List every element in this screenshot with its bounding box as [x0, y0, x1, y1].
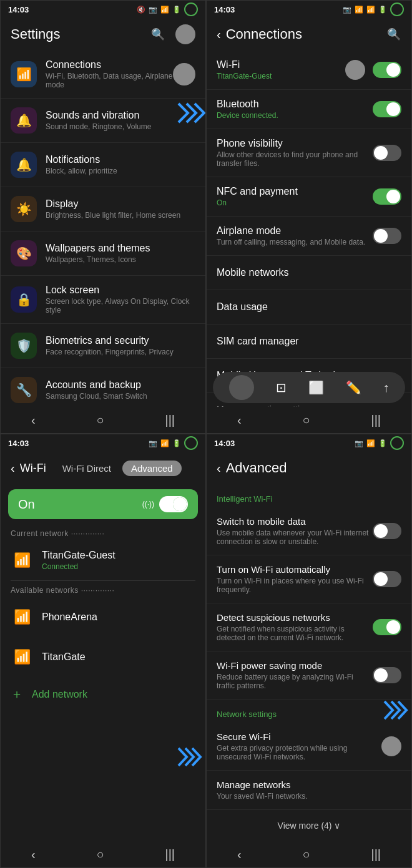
- wifi-signal-bars: ((·)): [142, 500, 154, 509]
- manage-networks-item[interactable]: Manage networks Your saved Wi-Fi network…: [207, 771, 411, 810]
- wallpapers-subtitle: Wallpapers, Themes, Icons: [46, 255, 195, 264]
- power-saving-toggle[interactable]: [373, 667, 401, 683]
- detect-suspicious-toggle[interactable]: [373, 619, 401, 635]
- page-title-settings: Settings: [11, 26, 150, 42]
- nav-bar-br: ‹ ○ |||: [207, 841, 411, 867]
- phonearena-network[interactable]: 📶 PhoneArena: [1, 597, 205, 637]
- switch-mobile-toggle[interactable]: [373, 523, 401, 539]
- nav-recents-bl[interactable]: |||: [165, 847, 175, 862]
- nav-recents-br[interactable]: |||: [371, 847, 381, 862]
- connections-icon: 📶: [11, 61, 37, 87]
- settings-screen: 14:03 🔇 📷 📶 🔋 Settings 🔍 📶 Connections: [0, 0, 206, 434]
- toolbar-resize-icon[interactable]: ⬜: [308, 380, 324, 395]
- settings-list: 📶 Connections Wi-Fi, Bluetooth, Data usa…: [1, 51, 205, 407]
- back-button-connections[interactable]: ‹: [217, 27, 221, 42]
- sounds-icon: 🔔: [11, 107, 37, 134]
- wifi-direct-tab[interactable]: Wi-Fi Direct: [59, 461, 115, 476]
- bt-title: Bluetooth: [217, 99, 373, 110]
- auto-wifi-toggle[interactable]: [373, 571, 401, 587]
- nav-back-tl[interactable]: ‹: [31, 413, 36, 427]
- connections-wifi[interactable]: Wi-Fi TitanGate-Guest: [207, 51, 411, 90]
- titangate-wifi-icon: 📶: [11, 646, 33, 668]
- biometrics-title: Biometrics and security: [46, 335, 195, 346]
- wifi-on-toggle[interactable]: [159, 496, 188, 512]
- status-time-br: 14:03: [214, 439, 235, 448]
- back-button-wifi[interactable]: ‹: [11, 461, 15, 475]
- battery-icon-bl: 🔋: [172, 439, 181, 447]
- toolbar-share-icon[interactable]: ↑: [383, 381, 390, 395]
- data-usage-item[interactable]: Data usage: [207, 290, 411, 324]
- avatar-settings[interactable]: [175, 24, 195, 44]
- auto-wifi-subtitle: Turn on Wi-Fi in places where you use Wi…: [217, 577, 373, 594]
- view-more-btn[interactable]: View more (4) ∨: [207, 810, 411, 841]
- settings-item-notifications[interactable]: 🔔 Notifications Block, allow, prioritize: [1, 143, 205, 187]
- power-saving-item[interactable]: Wi-Fi power saving mode Reduce battery u…: [207, 651, 411, 700]
- add-network-item[interactable]: ＋ Add network: [1, 677, 205, 711]
- connections-bluetooth[interactable]: Bluetooth Device connected.: [207, 90, 411, 129]
- advanced-tab-wifi[interactable]: Advanced: [122, 461, 182, 476]
- nfc-title: NFC and payment: [217, 186, 373, 197]
- lockscreen-subtitle: Screen lock type, Always On Display, Clo…: [46, 297, 195, 315]
- auto-wifi-title: Turn on Wi-Fi automatically: [217, 564, 373, 575]
- accounts-icon: 🔧: [11, 377, 37, 403]
- airplane-subtitle: Turn off calling, messaging, and Mobile …: [217, 238, 373, 246]
- display-icon: ☀️: [11, 196, 37, 222]
- airplane-toggle[interactable]: [373, 228, 401, 244]
- sim-manager-item[interactable]: SIM card manager: [207, 324, 411, 359]
- settings-item-accounts[interactable]: 🔧 Accounts and backup Samsung Cloud, Sma…: [1, 368, 205, 407]
- settings-item-lockscreen[interactable]: 🔒 Lock screen Screen lock type, Always O…: [1, 276, 205, 324]
- nav-back-tr[interactable]: ‹: [237, 413, 242, 427]
- nav-home-tr[interactable]: ○: [302, 413, 310, 427]
- photo-icon-bl: 📷: [149, 439, 157, 447]
- advanced-screen: 14:03 📷 📶 🔋 ‹ Advanced Intelligent Wi-Fi…: [206, 434, 412, 868]
- back-button-advanced[interactable]: ‹: [217, 461, 221, 475]
- nfc-toggle[interactable]: [373, 188, 401, 205]
- notifications-title: Notifications: [46, 154, 195, 165]
- switch-mobile-item[interactable]: Switch to mobile data Use mobile data wh…: [207, 507, 411, 555]
- toolbar-crop-icon[interactable]: ⊡: [276, 380, 287, 395]
- phone-vis-toggle[interactable]: [373, 145, 401, 161]
- signal2-icon-tr: 📶: [366, 6, 375, 14]
- signal-icon-bl: 📶: [160, 439, 169, 447]
- biometrics-icon: 🛡️: [11, 333, 37, 359]
- nav-home-bl[interactable]: ○: [96, 847, 104, 862]
- nav-home-tl[interactable]: ○: [96, 413, 104, 427]
- nav-back-bl[interactable]: ‹: [31, 847, 36, 862]
- nav-recents-tl[interactable]: |||: [165, 413, 175, 427]
- search-icon-connections[interactable]: 🔍: [386, 27, 401, 42]
- wifi-toggle[interactable]: [373, 62, 401, 78]
- status-bar-bl: 14:03 📷 📶 🔋: [1, 434, 205, 452]
- toolbar-edit-icon[interactable]: ✏️: [346, 380, 361, 395]
- intelligent-wifi-label: Intelligent Wi-Fi: [207, 484, 411, 507]
- settings-item-connections[interactable]: 📶 Connections Wi-Fi, Bluetooth, Data usa…: [1, 51, 205, 99]
- nav-back-br[interactable]: ‹: [237, 847, 242, 862]
- battery-icon-tl: 🔋: [172, 6, 181, 14]
- mobile-networks-item[interactable]: Mobile networks: [207, 256, 411, 290]
- status-circle-tr: [390, 2, 404, 16]
- settings-item-biometrics[interactable]: 🛡️ Biometrics and security Face recognit…: [1, 324, 205, 368]
- display-title: Display: [46, 198, 195, 210]
- connections-airplane[interactable]: Airplane mode Turn off calling, messagin…: [207, 217, 411, 256]
- bt-toggle[interactable]: [373, 101, 401, 117]
- connections-nfc[interactable]: NFC and payment On: [207, 177, 411, 217]
- settings-item-wallpapers[interactable]: 🎨 Wallpapers and themes Wallpapers, Them…: [1, 232, 205, 276]
- connections-phone-visibility[interactable]: Phone visibility Allow other devices to …: [207, 129, 411, 177]
- secure-wifi-item[interactable]: Secure Wi-Fi Get extra privacy protectio…: [207, 723, 411, 771]
- search-icon-settings[interactable]: 🔍: [150, 27, 165, 42]
- auto-wifi-item[interactable]: Turn on Wi-Fi automatically Turn on Wi-F…: [207, 555, 411, 603]
- available-networks-label: Available networks ··············: [1, 581, 205, 597]
- status-time-tr: 14:03: [214, 5, 235, 14]
- settings-item-sounds[interactable]: 🔔 Sounds and vibration Sound mode, Ringt…: [1, 99, 205, 143]
- nav-home-br[interactable]: ○: [302, 847, 310, 862]
- settings-item-display[interactable]: ☀️ Display Brightness, Blue light filter…: [1, 187, 205, 232]
- current-network-label: Current network ··············: [1, 524, 205, 540]
- current-network-item[interactable]: 📶 TitanGate-Guest Connected: [1, 540, 205, 580]
- secure-wifi-avatar: [381, 736, 401, 756]
- nav-recents-tr[interactable]: |||: [371, 413, 381, 427]
- wifi-page-title: Wi-Fi: [20, 462, 46, 475]
- secure-wifi-title: Secure Wi-Fi: [217, 731, 381, 742]
- battery-icon-br: 🔋: [378, 439, 387, 447]
- titangate-network[interactable]: 📶 TitanGate: [1, 637, 205, 677]
- detect-suspicious-item[interactable]: Detect suspicious networks Get notified …: [207, 603, 411, 651]
- wifi-on-bar[interactable]: On ((·)): [8, 489, 198, 519]
